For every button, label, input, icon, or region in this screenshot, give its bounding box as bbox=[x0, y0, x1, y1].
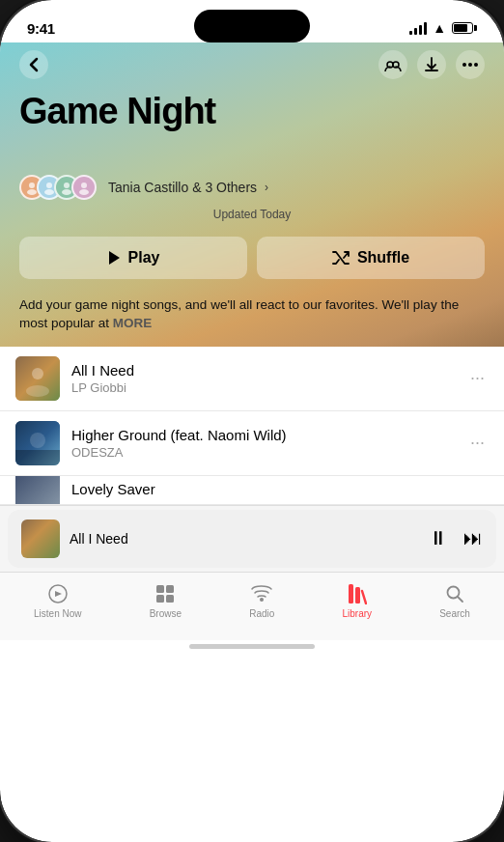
svg-point-7 bbox=[46, 182, 52, 188]
collaborators-chevron-icon: › bbox=[265, 181, 268, 194]
playlist-description: Add your game night songs, and we'll all… bbox=[0, 291, 504, 347]
signal-bar-2 bbox=[414, 28, 417, 35]
avatar-group bbox=[19, 175, 89, 200]
svg-point-10 bbox=[62, 189, 71, 195]
battery-tip bbox=[474, 25, 477, 31]
svg-point-2 bbox=[462, 63, 466, 67]
tab-listen-now[interactable]: Listen Now bbox=[26, 580, 89, 621]
battery-body bbox=[452, 22, 473, 34]
svg-rect-26 bbox=[349, 584, 353, 603]
song-artwork-1 bbox=[15, 356, 60, 401]
collaborator-names: Tania Castillo & 3 Others bbox=[108, 180, 257, 195]
song-list: All I Need LP Giobbi ··· bbox=[0, 347, 504, 505]
svg-point-11 bbox=[81, 182, 87, 188]
mini-player[interactable]: All I Need ⏸ ⏭ bbox=[8, 510, 496, 568]
svg-point-25 bbox=[260, 598, 264, 602]
search-svg bbox=[445, 584, 464, 603]
song-art-image-1 bbox=[15, 356, 60, 401]
tab-radio-label: Radio bbox=[249, 608, 274, 619]
library-icon bbox=[346, 582, 369, 605]
song-title-1: All I Need bbox=[71, 362, 455, 379]
playlist-header: Game Night bbox=[0, 42, 504, 347]
svg-rect-22 bbox=[166, 585, 174, 593]
song-more-button-1[interactable]: ··· bbox=[466, 364, 489, 392]
svg-point-3 bbox=[468, 63, 472, 67]
battery-fill bbox=[454, 24, 467, 32]
svg-rect-21 bbox=[156, 585, 164, 593]
nav-right-icons bbox=[378, 50, 485, 79]
tab-library[interactable]: Library bbox=[334, 580, 379, 621]
skip-button[interactable]: ⏭ bbox=[463, 527, 483, 549]
more-button[interactable] bbox=[456, 50, 485, 79]
song-item-2[interactable]: Higher Ground (feat. Naomi Wild) ODESZA … bbox=[0, 411, 504, 476]
back-chevron-icon bbox=[29, 57, 39, 72]
svg-point-6 bbox=[27, 189, 37, 195]
play-button[interactable]: Play bbox=[19, 237, 247, 279]
back-button[interactable] bbox=[19, 50, 48, 79]
more-icon bbox=[462, 63, 478, 67]
group-icon bbox=[384, 59, 402, 71]
mini-player-artwork bbox=[21, 519, 60, 558]
tab-bar: Listen Now Browse bbox=[0, 572, 504, 640]
status-time: 9:41 bbox=[27, 20, 55, 37]
svg-point-5 bbox=[29, 182, 35, 188]
tab-search-label: Search bbox=[439, 608, 470, 619]
song-artist-2: ODESZA bbox=[71, 445, 455, 460]
svg-point-9 bbox=[64, 182, 70, 188]
download-button[interactable] bbox=[417, 50, 446, 79]
svg-point-14 bbox=[32, 368, 43, 379]
nav-bar bbox=[0, 42, 504, 83]
action-buttons: Play Shuffle bbox=[0, 231, 504, 291]
song-item-3[interactable]: Lovely Saver bbox=[0, 476, 504, 505]
dynamic-island bbox=[194, 10, 310, 42]
browse-icon bbox=[154, 582, 177, 605]
shuffle-icon bbox=[332, 251, 350, 265]
tab-listen-now-label: Listen Now bbox=[34, 608, 81, 619]
description-text: Add your game night songs, and we'll all… bbox=[19, 297, 459, 330]
group-button[interactable] bbox=[378, 50, 407, 79]
song-artwork-3 bbox=[15, 476, 60, 505]
download-icon bbox=[425, 57, 438, 72]
mini-player-container[interactable]: All I Need ⏸ ⏭ bbox=[0, 505, 504, 572]
song-info-3: Lovely Saver bbox=[71, 481, 489, 499]
song-title-2: Higher Ground (feat. Naomi Wild) bbox=[71, 427, 455, 443]
mini-player-title: All I Need bbox=[70, 531, 419, 547]
song-title-3: Lovely Saver bbox=[71, 481, 489, 497]
playlist-title: Game Night bbox=[0, 83, 504, 136]
signal-icon bbox=[409, 21, 427, 35]
search-icon bbox=[443, 582, 466, 605]
avatar-4 bbox=[71, 175, 97, 200]
library-svg bbox=[348, 583, 367, 604]
song-info-2: Higher Ground (feat. Naomi Wild) ODESZA bbox=[71, 427, 455, 460]
svg-rect-19 bbox=[15, 476, 60, 505]
song-artwork-2 bbox=[15, 421, 60, 465]
signal-bar-1 bbox=[409, 31, 412, 35]
browse-svg bbox=[154, 583, 176, 604]
more-link[interactable]: MORE bbox=[113, 316, 153, 330]
svg-point-4 bbox=[474, 63, 478, 67]
song-more-button-2[interactable]: ··· bbox=[466, 429, 489, 457]
tab-browse[interactable]: Browse bbox=[142, 580, 189, 621]
svg-point-18 bbox=[30, 433, 45, 448]
song-art-image-3 bbox=[15, 476, 60, 505]
song-info-1: All I Need LP Giobbi bbox=[71, 362, 455, 395]
tab-search[interactable]: Search bbox=[432, 580, 478, 621]
avatar-face-4 bbox=[76, 180, 92, 195]
tab-browse-label: Browse bbox=[150, 608, 182, 619]
shuffle-label: Shuffle bbox=[357, 249, 409, 267]
collaborators-row[interactable]: Tania Castillo & 3 Others › bbox=[0, 136, 504, 208]
signal-bar-4 bbox=[424, 22, 427, 35]
play-icon bbox=[107, 250, 121, 266]
updated-text: Updated Today bbox=[0, 208, 504, 231]
tab-radio[interactable]: Radio bbox=[241, 580, 282, 621]
song-art-image-2 bbox=[15, 421, 60, 465]
shuffle-button[interactable]: Shuffle bbox=[257, 237, 485, 279]
phone-screen: 9:41 ▲ bbox=[0, 0, 504, 842]
svg-rect-27 bbox=[355, 587, 360, 603]
pause-button[interactable]: ⏸ bbox=[429, 527, 448, 549]
svg-point-12 bbox=[79, 189, 89, 195]
svg-rect-24 bbox=[166, 595, 174, 603]
battery-icon bbox=[452, 22, 477, 34]
song-item-1[interactable]: All I Need LP Giobbi ··· bbox=[0, 347, 504, 411]
listen-now-icon bbox=[46, 582, 70, 605]
